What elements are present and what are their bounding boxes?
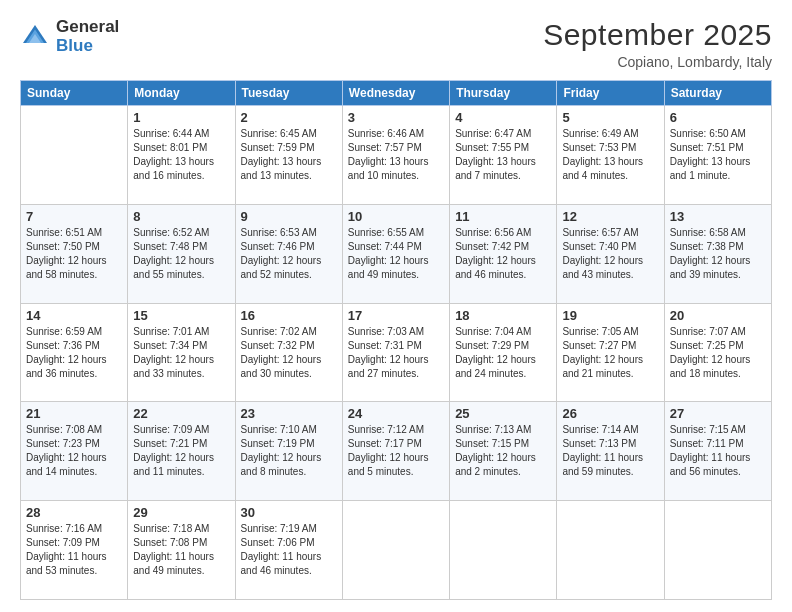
logo-icon (20, 22, 50, 52)
cell-w5-d3: 30Sunrise: 7:19 AM Sunset: 7:06 PM Dayli… (235, 501, 342, 600)
day-info: Sunrise: 6:55 AM Sunset: 7:44 PM Dayligh… (348, 226, 444, 282)
day-number: 7 (26, 209, 122, 224)
day-info: Sunrise: 6:58 AM Sunset: 7:38 PM Dayligh… (670, 226, 766, 282)
day-info: Sunrise: 7:15 AM Sunset: 7:11 PM Dayligh… (670, 423, 766, 479)
day-number: 21 (26, 406, 122, 421)
day-number: 4 (455, 110, 551, 125)
logo: General Blue (20, 18, 119, 55)
day-number: 10 (348, 209, 444, 224)
col-saturday: Saturday (664, 81, 771, 106)
cell-w1-d4: 3Sunrise: 6:46 AM Sunset: 7:57 PM Daylig… (342, 106, 449, 205)
day-number: 29 (133, 505, 229, 520)
day-info: Sunrise: 7:14 AM Sunset: 7:13 PM Dayligh… (562, 423, 658, 479)
day-info: Sunrise: 6:47 AM Sunset: 7:55 PM Dayligh… (455, 127, 551, 183)
day-number: 14 (26, 308, 122, 323)
day-number: 6 (670, 110, 766, 125)
cell-w5-d1: 28Sunrise: 7:16 AM Sunset: 7:09 PM Dayli… (21, 501, 128, 600)
cell-w3-d7: 20Sunrise: 7:07 AM Sunset: 7:25 PM Dayli… (664, 303, 771, 402)
col-thursday: Thursday (450, 81, 557, 106)
day-number: 25 (455, 406, 551, 421)
day-number: 1 (133, 110, 229, 125)
cell-w4-d5: 25Sunrise: 7:13 AM Sunset: 7:15 PM Dayli… (450, 402, 557, 501)
day-info: Sunrise: 7:05 AM Sunset: 7:27 PM Dayligh… (562, 325, 658, 381)
day-info: Sunrise: 7:03 AM Sunset: 7:31 PM Dayligh… (348, 325, 444, 381)
day-number: 19 (562, 308, 658, 323)
day-number: 23 (241, 406, 337, 421)
day-number: 13 (670, 209, 766, 224)
cell-w4-d6: 26Sunrise: 7:14 AM Sunset: 7:13 PM Dayli… (557, 402, 664, 501)
day-info: Sunrise: 6:53 AM Sunset: 7:46 PM Dayligh… (241, 226, 337, 282)
day-info: Sunrise: 6:49 AM Sunset: 7:53 PM Dayligh… (562, 127, 658, 183)
day-info: Sunrise: 6:44 AM Sunset: 8:01 PM Dayligh… (133, 127, 229, 183)
day-info: Sunrise: 7:04 AM Sunset: 7:29 PM Dayligh… (455, 325, 551, 381)
day-info: Sunrise: 7:19 AM Sunset: 7:06 PM Dayligh… (241, 522, 337, 578)
day-number: 15 (133, 308, 229, 323)
day-info: Sunrise: 6:59 AM Sunset: 7:36 PM Dayligh… (26, 325, 122, 381)
cell-w5-d4 (342, 501, 449, 600)
cell-w2-d6: 12Sunrise: 6:57 AM Sunset: 7:40 PM Dayli… (557, 204, 664, 303)
week-row-3: 14Sunrise: 6:59 AM Sunset: 7:36 PM Dayli… (21, 303, 772, 402)
day-info: Sunrise: 7:13 AM Sunset: 7:15 PM Dayligh… (455, 423, 551, 479)
day-info: Sunrise: 6:51 AM Sunset: 7:50 PM Dayligh… (26, 226, 122, 282)
day-number: 20 (670, 308, 766, 323)
col-tuesday: Tuesday (235, 81, 342, 106)
day-info: Sunrise: 7:09 AM Sunset: 7:21 PM Dayligh… (133, 423, 229, 479)
cell-w2-d5: 11Sunrise: 6:56 AM Sunset: 7:42 PM Dayli… (450, 204, 557, 303)
cell-w3-d5: 18Sunrise: 7:04 AM Sunset: 7:29 PM Dayli… (450, 303, 557, 402)
cell-w5-d5 (450, 501, 557, 600)
day-info: Sunrise: 7:10 AM Sunset: 7:19 PM Dayligh… (241, 423, 337, 479)
day-info: Sunrise: 7:08 AM Sunset: 7:23 PM Dayligh… (26, 423, 122, 479)
col-wednesday: Wednesday (342, 81, 449, 106)
day-number: 3 (348, 110, 444, 125)
location-subtitle: Copiano, Lombardy, Italy (543, 54, 772, 70)
day-number: 28 (26, 505, 122, 520)
day-info: Sunrise: 6:50 AM Sunset: 7:51 PM Dayligh… (670, 127, 766, 183)
day-info: Sunrise: 7:01 AM Sunset: 7:34 PM Dayligh… (133, 325, 229, 381)
cell-w1-d1 (21, 106, 128, 205)
title-block: September 2025 Copiano, Lombardy, Italy (543, 18, 772, 70)
cell-w5-d2: 29Sunrise: 7:18 AM Sunset: 7:08 PM Dayli… (128, 501, 235, 600)
cell-w5-d6 (557, 501, 664, 600)
week-row-2: 7Sunrise: 6:51 AM Sunset: 7:50 PM Daylig… (21, 204, 772, 303)
calendar: Sunday Monday Tuesday Wednesday Thursday… (20, 80, 772, 600)
cell-w4-d1: 21Sunrise: 7:08 AM Sunset: 7:23 PM Dayli… (21, 402, 128, 501)
calendar-header-row: Sunday Monday Tuesday Wednesday Thursday… (21, 81, 772, 106)
cell-w1-d2: 1Sunrise: 6:44 AM Sunset: 8:01 PM Daylig… (128, 106, 235, 205)
page: General Blue September 2025 Copiano, Lom… (0, 0, 792, 612)
day-info: Sunrise: 6:57 AM Sunset: 7:40 PM Dayligh… (562, 226, 658, 282)
day-number: 16 (241, 308, 337, 323)
cell-w3-d2: 15Sunrise: 7:01 AM Sunset: 7:34 PM Dayli… (128, 303, 235, 402)
cell-w5-d7 (664, 501, 771, 600)
day-number: 2 (241, 110, 337, 125)
col-sunday: Sunday (21, 81, 128, 106)
cell-w2-d7: 13Sunrise: 6:58 AM Sunset: 7:38 PM Dayli… (664, 204, 771, 303)
day-info: Sunrise: 6:46 AM Sunset: 7:57 PM Dayligh… (348, 127, 444, 183)
week-row-4: 21Sunrise: 7:08 AM Sunset: 7:23 PM Dayli… (21, 402, 772, 501)
cell-w2-d2: 8Sunrise: 6:52 AM Sunset: 7:48 PM Daylig… (128, 204, 235, 303)
cell-w3-d4: 17Sunrise: 7:03 AM Sunset: 7:31 PM Dayli… (342, 303, 449, 402)
logo-text: General Blue (56, 18, 119, 55)
day-number: 22 (133, 406, 229, 421)
day-info: Sunrise: 7:07 AM Sunset: 7:25 PM Dayligh… (670, 325, 766, 381)
day-number: 5 (562, 110, 658, 125)
day-number: 30 (241, 505, 337, 520)
day-number: 9 (241, 209, 337, 224)
day-info: Sunrise: 6:52 AM Sunset: 7:48 PM Dayligh… (133, 226, 229, 282)
cell-w3-d1: 14Sunrise: 6:59 AM Sunset: 7:36 PM Dayli… (21, 303, 128, 402)
cell-w1-d5: 4Sunrise: 6:47 AM Sunset: 7:55 PM Daylig… (450, 106, 557, 205)
cell-w1-d3: 2Sunrise: 6:45 AM Sunset: 7:59 PM Daylig… (235, 106, 342, 205)
day-number: 27 (670, 406, 766, 421)
cell-w4-d4: 24Sunrise: 7:12 AM Sunset: 7:17 PM Dayli… (342, 402, 449, 501)
cell-w4-d2: 22Sunrise: 7:09 AM Sunset: 7:21 PM Dayli… (128, 402, 235, 501)
month-title: September 2025 (543, 18, 772, 52)
cell-w3-d6: 19Sunrise: 7:05 AM Sunset: 7:27 PM Dayli… (557, 303, 664, 402)
day-info: Sunrise: 6:45 AM Sunset: 7:59 PM Dayligh… (241, 127, 337, 183)
day-number: 17 (348, 308, 444, 323)
day-number: 18 (455, 308, 551, 323)
day-info: Sunrise: 7:18 AM Sunset: 7:08 PM Dayligh… (133, 522, 229, 578)
day-number: 11 (455, 209, 551, 224)
col-monday: Monday (128, 81, 235, 106)
col-friday: Friday (557, 81, 664, 106)
cell-w2-d4: 10Sunrise: 6:55 AM Sunset: 7:44 PM Dayli… (342, 204, 449, 303)
day-number: 8 (133, 209, 229, 224)
